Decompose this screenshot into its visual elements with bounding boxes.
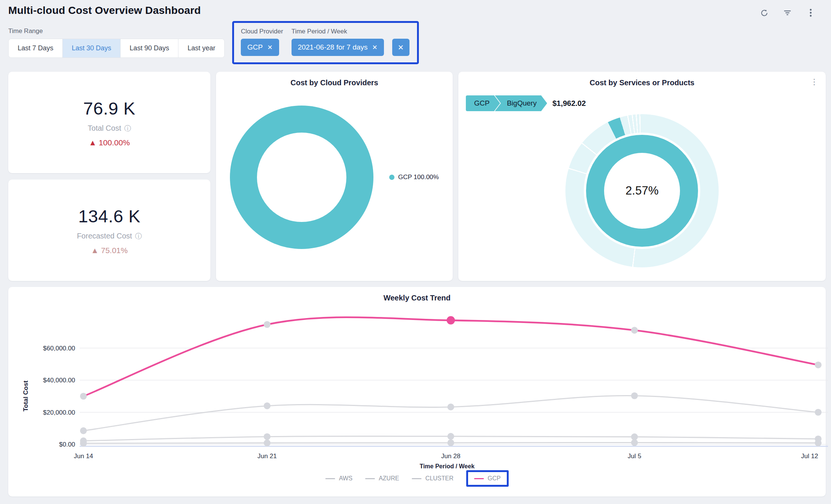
forecasted-cost-label-row: Forecasted Cost ⓘ xyxy=(77,232,142,241)
cloud-provider-filter-label: Cloud Provider xyxy=(241,28,283,35)
services-breadcrumb: GCP BigQuery $1,962.02 xyxy=(466,95,826,111)
time-range-group: Time Range Last 7 Days Last 30 Days Last… xyxy=(8,27,225,58)
legend-item-cluster[interactable]: CLUSTER xyxy=(412,475,453,482)
time-range-label: Time Range xyxy=(8,27,225,35)
clear-filters-button[interactable]: ✕ xyxy=(392,39,409,56)
services-chart-title: Cost by Services or Products xyxy=(458,72,826,87)
forecasted-cost-label: Forecasted Cost xyxy=(77,232,132,240)
cost-by-providers-card: Cost by Cloud Providers GCP 100.00% xyxy=(216,72,453,281)
providers-donut-chart[interactable] xyxy=(230,106,373,249)
trend-legend: AWS AZURE CLUSTER GCP xyxy=(14,475,820,482)
chip-remove-icon[interactable]: ✕ xyxy=(267,44,272,51)
aws-line-swatch-icon xyxy=(325,478,335,479)
filter-group-cloud-provider: Cloud Provider GCP ✕ xyxy=(241,28,283,56)
cluster-line-swatch-icon xyxy=(412,478,422,479)
gcp-line-swatch-icon xyxy=(474,478,484,479)
info-icon[interactable]: ⓘ xyxy=(135,232,142,241)
time-range-option-last-90-days[interactable]: Last 90 Days xyxy=(121,39,178,57)
sunburst-center-percentage: 2.57% xyxy=(626,184,659,198)
total-cost-delta: ▲ 100.00% xyxy=(89,138,130,147)
legend-dot-icon xyxy=(389,175,394,180)
forecasted-cost-kpi-card: 134.6 K Forecasted Cost ⓘ ▲ 75.01% xyxy=(8,180,210,281)
time-period-filter-chip[interactable]: 2021-06-28 for 7 days ✕ xyxy=(292,39,384,56)
header-actions xyxy=(760,5,826,17)
svg-text:Total Cost: Total Cost xyxy=(22,380,29,412)
time-period-filter-label: Time Period / Week xyxy=(292,28,384,35)
azure-line-swatch-icon xyxy=(365,478,375,479)
page-title: Multi-cloud Cost Overview Dashboard xyxy=(8,5,201,17)
forecasted-cost-delta: ▲ 75.01% xyxy=(91,246,128,255)
filter-group-time-period: Time Period / Week 2021-06-28 for 7 days… xyxy=(292,28,384,56)
svg-text:$60,000.00: $60,000.00 xyxy=(43,345,75,352)
cards-grid: 76.9 K Total Cost ⓘ ▲ 100.00% 134.6 K Fo… xyxy=(8,72,826,281)
svg-text:Jun 14: Jun 14 xyxy=(74,453,93,460)
legend-item-aws[interactable]: AWS xyxy=(325,475,352,482)
chip-value: 2021-06-28 for 7 days xyxy=(298,43,368,51)
kebab-menu-icon[interactable] xyxy=(806,8,815,17)
total-cost-kpi-card: 76.9 K Total Cost ⓘ ▲ 100.00% xyxy=(8,72,210,173)
svg-text:Jul 5: Jul 5 xyxy=(628,453,641,460)
breadcrumb-cost-amount: $1,962.02 xyxy=(552,99,586,108)
breadcrumb-item-bigquery[interactable]: BigQuery xyxy=(495,95,547,111)
providers-legend-label: GCP 100.00% xyxy=(398,174,439,181)
dashboard-page: Multi-cloud Cost Overview Dashboard xyxy=(0,0,831,501)
cost-by-services-card: Cost by Services or Products ⋮ GCP BigQu… xyxy=(458,72,826,281)
weekly-cost-trend-card: Weekly Cost Trend $0.00$20,000.00$40,000… xyxy=(8,287,826,496)
total-cost-label: Total Cost xyxy=(88,124,121,133)
breadcrumb-item-gcp[interactable]: GCP xyxy=(466,95,500,111)
svg-text:Jul 12: Jul 12 xyxy=(801,453,818,460)
time-range-option-last-30-days[interactable]: Last 30 Days xyxy=(63,39,121,57)
applied-filters-annotation-box: Cloud Provider GCP ✕ Time Period / Week … xyxy=(232,21,419,64)
legend-label: GCP xyxy=(488,475,501,482)
svg-text:Jun 21: Jun 21 xyxy=(257,453,276,460)
time-range-segmented-control: Last 7 Days Last 30 Days Last 90 Days La… xyxy=(8,39,225,58)
card-kebab-menu-icon[interactable]: ⋮ xyxy=(810,78,818,86)
trend-xaxis-title: Time Period / Week xyxy=(74,463,820,470)
delta-value: 100.00% xyxy=(99,138,130,147)
chip-remove-icon[interactable]: ✕ xyxy=(372,44,378,51)
time-range-option-last-7-days[interactable]: Last 7 Days xyxy=(9,39,63,57)
trend-line-chart[interactable]: $0.00$20,000.00$40,000.00$60,000.00Total… xyxy=(14,293,828,462)
total-cost-value: 76.9 K xyxy=(83,98,136,119)
triangle-up-icon: ▲ xyxy=(89,138,97,147)
services-sunburst-chart[interactable]: 2.57% xyxy=(565,114,719,267)
delta-value: 75.01% xyxy=(101,246,128,255)
svg-text:$40,000.00: $40,000.00 xyxy=(43,377,75,384)
header: Multi-cloud Cost Overview Dashboard xyxy=(8,3,826,17)
filter-row: Time Range Last 7 Days Last 30 Days Last… xyxy=(8,21,826,64)
total-cost-label-row: Total Cost ⓘ xyxy=(88,124,131,133)
legend-label: CLUSTER xyxy=(425,475,453,482)
legend-label: AZURE xyxy=(379,475,399,482)
svg-text:Jun 28: Jun 28 xyxy=(441,453,460,460)
time-range-option-last-year[interactable]: Last year xyxy=(178,39,224,57)
gcp-legend-annotation-box: GCP xyxy=(466,470,509,487)
sunburst-center: 2.57% xyxy=(604,153,680,229)
legend-item-gcp[interactable]: GCP xyxy=(474,475,501,482)
chip-value: GCP xyxy=(247,43,263,51)
svg-text:$0.00: $0.00 xyxy=(59,441,75,448)
providers-legend-item[interactable]: GCP 100.00% xyxy=(389,174,439,181)
providers-chart-body: GCP 100.00% xyxy=(216,87,453,267)
triangle-up-icon: ▲ xyxy=(91,246,99,255)
svg-text:$20,000.00: $20,000.00 xyxy=(43,409,75,416)
providers-chart-title: Cost by Cloud Providers xyxy=(216,72,453,87)
refresh-icon[interactable] xyxy=(760,8,769,17)
forecasted-cost-value: 134.6 K xyxy=(78,206,141,226)
info-icon[interactable]: ⓘ xyxy=(124,124,131,133)
filter-icon[interactable] xyxy=(783,8,792,17)
legend-item-azure[interactable]: AZURE xyxy=(365,475,399,482)
cloud-provider-filter-chip[interactable]: GCP ✕ xyxy=(241,39,279,56)
legend-label: AWS xyxy=(339,475,352,482)
services-sunburst-wrap: 2.57% xyxy=(458,114,826,267)
